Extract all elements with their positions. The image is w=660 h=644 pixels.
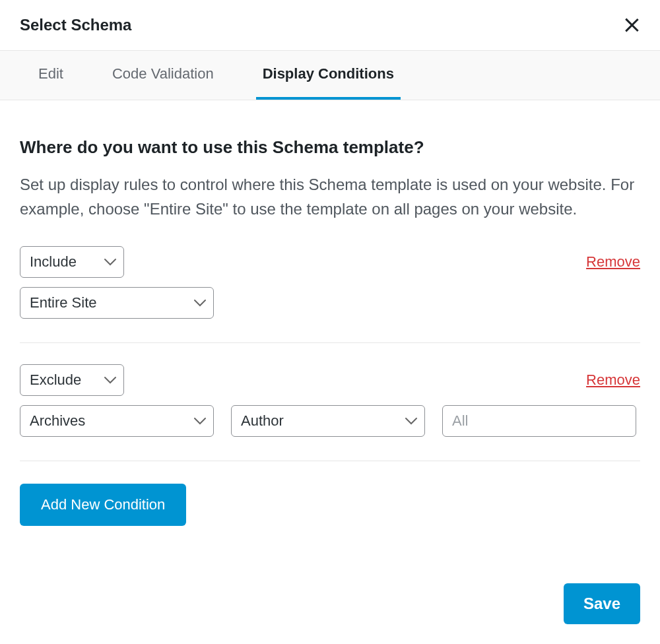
condition-type-select[interactable]: Include xyxy=(20,246,124,278)
tabs-nav: Edit Code Validation Display Conditions xyxy=(0,51,660,100)
save-button[interactable]: Save xyxy=(564,583,640,624)
condition-scope-select[interactable]: Entire Site xyxy=(20,287,214,319)
condition-type-value: Exclude xyxy=(30,371,81,389)
condition-scope-value: Entire Site xyxy=(30,294,97,311)
modal-title: Select Schema xyxy=(20,16,131,34)
remove-link[interactable]: Remove xyxy=(586,371,640,389)
condition-scope-value: Archives xyxy=(30,412,85,430)
add-condition-button[interactable]: Add New Condition xyxy=(20,484,186,526)
tab-code-validation[interactable]: Code Validation xyxy=(106,51,220,100)
condition-scope-select[interactable]: Archives xyxy=(20,405,214,437)
condition-sub-select[interactable]: Author xyxy=(231,405,425,437)
condition-value-input[interactable] xyxy=(442,405,636,437)
modal-footer: Save xyxy=(564,583,640,624)
remove-link[interactable]: Remove xyxy=(586,253,640,271)
condition-sub-value: Author xyxy=(241,412,284,430)
condition-row: Include Remove Entire Site xyxy=(20,246,640,343)
page-heading: Where do you want to use this Schema tem… xyxy=(20,137,640,158)
condition-type-value: Include xyxy=(30,253,77,271)
tab-display-conditions[interactable]: Display Conditions xyxy=(256,51,401,100)
condition-row: Exclude Remove Archives Author xyxy=(20,364,640,461)
content-area: Where do you want to use this Schema tem… xyxy=(0,100,660,546)
page-description: Set up display rules to control where th… xyxy=(20,172,640,221)
tab-edit[interactable]: Edit xyxy=(32,51,70,100)
condition-type-select[interactable]: Exclude xyxy=(20,364,124,396)
modal-header: Select Schema xyxy=(0,0,660,51)
close-icon[interactable] xyxy=(623,16,640,34)
